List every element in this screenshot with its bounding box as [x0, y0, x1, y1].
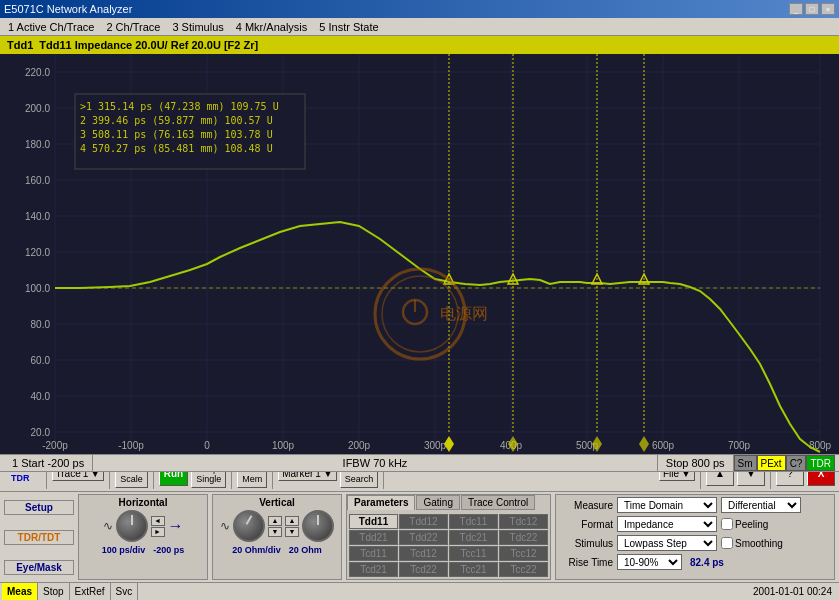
menu-item-2[interactable]: 2 Ch/Trace: [100, 20, 166, 34]
horizontal-knob[interactable]: [116, 510, 148, 542]
svg-text:300p: 300p: [424, 440, 447, 451]
setup-label: Setup: [4, 500, 74, 515]
vert-pos-arrow[interactable]: ▲: [285, 516, 299, 526]
vert-down-arrow[interactable]: ▼: [268, 527, 282, 537]
tab-trace-control[interactable]: Trace Control: [461, 495, 535, 510]
wave-icon: ∿: [103, 519, 113, 533]
format-select[interactable]: Impedance: [617, 516, 717, 532]
svg-text:100.0: 100.0: [25, 283, 50, 294]
peeling-checkbox[interactable]: [721, 518, 733, 530]
smoothing-checkbox[interactable]: [721, 537, 733, 549]
bottom-panel: E5071C TDR Trace 1 ▼ Auto Scale Run Stop…: [0, 456, 839, 600]
close-btn[interactable]: ×: [821, 3, 835, 15]
vertical-knob2[interactable]: [302, 510, 334, 542]
svg-text:-100p: -100p: [118, 440, 144, 451]
horizontal-label: Horizontal: [119, 497, 168, 508]
maximize-btn[interactable]: □: [805, 3, 819, 15]
menu-item-1[interactable]: 1 Active Ch/Trace: [2, 20, 100, 34]
datetime-status: 2001-01-01 00:24: [748, 583, 837, 600]
svg-text:40.0: 40.0: [31, 391, 51, 402]
param-tdc11[interactable]: Tdc11: [449, 514, 498, 529]
svg-text:-200p: -200p: [42, 440, 68, 451]
stimulus-select[interactable]: Lowpass Step: [617, 535, 717, 551]
svg-text:600p: 600p: [652, 440, 675, 451]
menu-bar: 1 Active Ch/Trace 2 Ch/Trace 3 Stimulus …: [0, 18, 839, 36]
svg-text:电源网: 电源网: [440, 305, 488, 322]
param-tcc12[interactable]: Tcc12: [499, 546, 548, 561]
tdr-indicator: TDR: [806, 455, 835, 471]
stop-status-bottom: Stop: [38, 583, 70, 600]
vert-up-arrow[interactable]: ▲: [268, 516, 282, 526]
measure-label: Measure: [558, 500, 613, 511]
param-tdd21[interactable]: Tdd21: [349, 530, 398, 545]
param-tdc21[interactable]: Tdc21: [449, 530, 498, 545]
param-tcd11[interactable]: Tcd11: [349, 546, 398, 561]
c-indicator: C?: [786, 455, 807, 471]
status-bar: 1 Start -200 ps IFBW 70 kHz Stop 800 ps …: [0, 454, 839, 472]
param-tcc11[interactable]: Tcc11: [449, 546, 498, 561]
param-tcd21[interactable]: Tcd21: [349, 562, 398, 577]
rise-time-value: 82.4 ps: [690, 557, 724, 568]
vert-scale-value: 20 Ohm/div: [232, 545, 281, 555]
vertical-knob[interactable]: [233, 510, 265, 542]
menu-item-5[interactable]: 5 Instr State: [313, 20, 384, 34]
smoothing-label: Smoothing: [721, 537, 783, 549]
param-tdd12[interactable]: Tdd12: [399, 514, 448, 529]
minimize-btn[interactable]: _: [789, 3, 803, 15]
param-tdc22[interactable]: Tdc22: [499, 530, 548, 545]
svg-text:140.0: 140.0: [25, 211, 50, 222]
svg-text:180.0: 180.0: [25, 139, 50, 150]
tdr-tdt-label: TDR/TDT: [4, 530, 74, 545]
horiz-left-arrow[interactable]: ◄: [151, 516, 165, 526]
format-label: Format: [558, 519, 613, 530]
meas-status: Meas: [2, 583, 38, 600]
peeling-label: Peeling: [721, 518, 768, 530]
vertical-section: Vertical ∿ ▲ ▼ ▲ ▼: [212, 494, 342, 580]
svg-text:200.0: 200.0: [25, 103, 50, 114]
sm-indicator: Sm: [734, 455, 757, 471]
rise-time-label: Rise Time: [558, 557, 613, 568]
svg-text:200p: 200p: [348, 440, 371, 451]
measure-select[interactable]: Time Domain: [617, 497, 717, 513]
menu-item-4[interactable]: 4 Mkr/Analysis: [230, 20, 314, 34]
svg-text:160.0: 160.0: [25, 175, 50, 186]
param-tdc12[interactable]: Tdc12: [499, 514, 548, 529]
svg-text:100p: 100p: [272, 440, 295, 451]
horiz-arrow-icon: →: [168, 517, 184, 535]
param-tdd22[interactable]: Tdd22: [399, 530, 448, 545]
svg-text:4  570.27 ps (85.481 mm)  108.: 4 570.27 ps (85.481 mm) 108.48 U: [80, 143, 273, 154]
horiz-offset-value: -200 ps: [153, 545, 184, 555]
rise-time-select[interactable]: 10-90%: [617, 554, 682, 570]
param-tdd11[interactable]: Tdd11: [349, 514, 398, 529]
window-title: E5071C Network Analyzer: [4, 3, 132, 15]
tdr-mode-label: TDR: [11, 474, 30, 484]
measure2-select[interactable]: Differential: [721, 497, 801, 513]
svg-text:700p: 700p: [728, 440, 751, 451]
pext-indicator: PExt: [757, 455, 786, 471]
svg-text:80.0: 80.0: [31, 319, 51, 330]
param-tcd12[interactable]: Tcd12: [399, 546, 448, 561]
tab-gating[interactable]: Gating: [416, 495, 459, 510]
param-tcd22[interactable]: Tcd22: [399, 562, 448, 577]
param-tcc22[interactable]: Tcc22: [499, 562, 548, 577]
vertical-label: Vertical: [259, 497, 295, 508]
stimulus-label: Stimulus: [558, 538, 613, 549]
param-tcc21[interactable]: Tcc21: [449, 562, 498, 577]
horiz-scale-value: 100 ps/div: [102, 545, 146, 555]
horizontal-section: Horizontal ∿ ◄ ► → 100 ps/div -200 ps: [78, 494, 208, 580]
horiz-right-arrow[interactable]: ►: [151, 527, 165, 537]
svg-text:60.0: 60.0: [31, 355, 51, 366]
svg-text:2  399.46 ps (59.877 mm)  100.: 2 399.46 ps (59.877 mm) 100.57 U: [80, 115, 273, 126]
svg-text:220.0: 220.0: [25, 67, 50, 78]
vert-neg-arrow[interactable]: ▼: [285, 527, 299, 537]
svg-text:3  508.11 ps (76.163 mm)  103.: 3 508.11 ps (76.163 mm) 103.78 U: [80, 129, 273, 140]
tab-parameters[interactable]: Parameters: [347, 495, 415, 510]
chart-container: Tdd1 Tdd11 Impedance 20.0U/ Ref 20.0U [F…: [0, 36, 839, 456]
menu-item-3[interactable]: 3 Stimulus: [166, 20, 229, 34]
vert-offset-value: 20 Ohm: [289, 545, 322, 555]
svg-text:800p: 800p: [809, 440, 832, 451]
right-params: Measure Time Domain Differential Format …: [555, 494, 835, 580]
params-grid: Tdd11 Tdd12 Tdc11 Tdc12 Tdd21 Tdd22 Tdc2…: [347, 512, 550, 579]
svg-text:0: 0: [204, 440, 210, 451]
stop-status: Stop 800 ps: [658, 455, 734, 471]
